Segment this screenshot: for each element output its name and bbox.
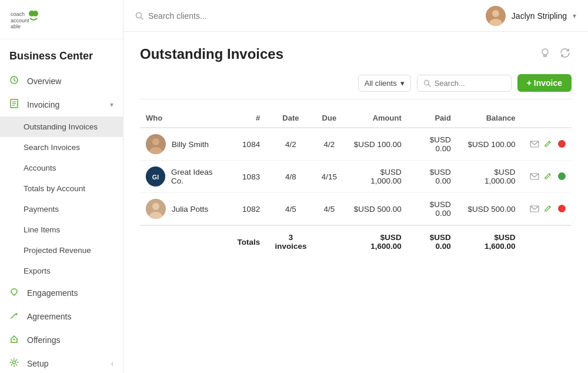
status-dot [558, 172, 566, 180]
svg-point-4 [32, 11, 38, 16]
svg-line-10 [11, 314, 15, 318]
cell-actions [522, 161, 572, 193]
invoice-search-input[interactable] [435, 79, 505, 88]
toolbar: All clients ▾ + Invoice [140, 74, 572, 99]
invoicing-icon [9, 99, 21, 111]
invoice-search-icon [423, 79, 431, 87]
svg-point-12 [13, 361, 16, 364]
cell-date: 4/5 [266, 193, 316, 226]
cell-who: Billy Smith [140, 128, 231, 161]
topbar: Jaclyn Stripling ▾ [123, 0, 588, 32]
svg-line-21 [428, 84, 430, 86]
logo-icon: coach account able [9, 9, 39, 30]
offerings-icon [9, 334, 21, 346]
sidebar-item-totals-by-account[interactable]: Totals by Account [0, 178, 123, 199]
cell-paid: $USD 0.00 [407, 161, 457, 193]
table-footer: Totals 3 invoices $USD 1,600.00 $USD 0.0… [140, 225, 572, 253]
cell-who: GI Great Ideas Co. [140, 161, 231, 193]
sidebar-item-exports-label: Exports [24, 267, 51, 275]
search-clients-input[interactable] [148, 11, 266, 21]
svg-point-16 [492, 10, 499, 17]
sidebar-item-accounts[interactable]: Accounts [0, 158, 123, 178]
col-paid: Paid [407, 109, 457, 128]
sidebar-item-invoicing-label: Invoicing [27, 100, 59, 109]
email-icon[interactable] [530, 204, 542, 214]
totals-amount: $USD 1,600.00 [343, 225, 407, 253]
svg-point-23 [152, 138, 159, 145]
logo: coach account able [9, 8, 39, 31]
edit-icon[interactable] [544, 172, 554, 182]
client-name: Great Ideas Co. [171, 168, 225, 185]
refresh-icon[interactable] [559, 46, 572, 62]
sidebar-logo: coach account able [0, 0, 123, 39]
client-filter-select[interactable]: All clients ▾ [358, 75, 411, 92]
search-clients-container [135, 11, 479, 21]
svg-line-30 [549, 174, 550, 175]
avatar [146, 134, 166, 154]
col-who: Who [140, 109, 231, 128]
sidebar-item-line-items[interactable]: Line Items [0, 219, 123, 240]
sidebar-item-engagements[interactable]: Engagements [0, 281, 123, 305]
table-body: Billy Smith 1084 4/2 4/2 $USD 100.00 $US… [140, 128, 572, 225]
cell-balance: $USD 1,000.00 [457, 161, 522, 193]
sidebar-item-overview[interactable]: Overview [0, 69, 123, 93]
bulb-icon[interactable] [539, 46, 552, 62]
cell-actions [522, 193, 572, 226]
sidebar-item-offerings[interactable]: Offerings [0, 328, 123, 352]
sidebar-item-exports[interactable]: Exports [0, 261, 123, 281]
cell-num: 1084 [231, 128, 266, 161]
totals-count: 3 invoices [266, 225, 316, 253]
col-date: Date [266, 109, 316, 128]
sidebar-item-overview-label: Overview [27, 76, 61, 86]
page-title: Outstanding Invoices [140, 46, 283, 62]
main-area: Jaclyn Stripling ▾ Outstanding Invoices … [123, 0, 588, 373]
sidebar-item-payments[interactable]: Payments [0, 199, 123, 219]
totals-label: Totals [231, 225, 266, 253]
cell-amount: $USD 100.00 [343, 128, 407, 161]
sidebar-item-engagements-label: Engagements [27, 288, 78, 298]
sidebar-item-projected-revenue[interactable]: Projected Revenue [0, 240, 123, 261]
email-icon[interactable] [530, 172, 542, 182]
invoice-search-box [417, 75, 512, 92]
cell-who: Julia Potts [140, 193, 231, 226]
cell-paid: $USD 0.00 [407, 128, 457, 161]
svg-text:account: account [11, 18, 29, 24]
client-name: Billy Smith [172, 140, 209, 149]
edit-icon[interactable] [544, 139, 554, 149]
client-filter-chevron-icon: ▾ [400, 79, 405, 88]
sidebar-item-outstanding-invoices[interactable]: Outstanding Invoices [0, 116, 123, 137]
svg-point-11 [14, 339, 15, 341]
content-area: Outstanding Invoices All clients ▾ + Inv… [123, 32, 588, 373]
table-header: Who # Date Due Amount Paid Balance [140, 109, 572, 128]
avatar [486, 6, 506, 26]
sidebar-item-projected-revenue-label: Projected Revenue [24, 246, 91, 255]
invoicing-chevron-icon: ▾ [110, 101, 113, 109]
setup-icon [9, 358, 21, 369]
col-actions [522, 109, 572, 128]
topbar-right: Jaclyn Stripling ▾ [486, 6, 576, 26]
cell-amount: $USD 1,000.00 [343, 161, 407, 193]
sidebar-item-agreements[interactable]: Agreements [0, 305, 123, 328]
cell-paid: $USD 0.00 [407, 193, 457, 226]
cell-due: 4/15 [316, 161, 343, 193]
sidebar-nav: Overview Invoicing ▾ Outstanding Invoice… [0, 69, 123, 373]
sidebar-item-setup[interactable]: Setup ‹ [0, 352, 123, 373]
sidebar-item-search-invoices[interactable]: Search Invoices [0, 137, 123, 158]
page-header: Outstanding Invoices [140, 46, 572, 62]
user-menu-chevron-icon[interactable]: ▾ [573, 12, 576, 20]
search-clients-icon [135, 12, 143, 20]
email-icon[interactable] [530, 139, 542, 149]
overview-icon [9, 75, 21, 87]
svg-text:GI: GI [152, 174, 159, 181]
sidebar-item-invoicing[interactable]: Invoicing ▾ [0, 93, 123, 116]
col-balance: Balance [457, 109, 522, 128]
user-avatar-image [486, 6, 506, 26]
add-invoice-button[interactable]: + Invoice [517, 74, 572, 92]
edit-icon[interactable] [544, 204, 554, 214]
sidebar-title: Business Center [0, 39, 123, 69]
svg-point-18 [542, 49, 548, 55]
cell-balance: $USD 100.00 [457, 128, 522, 161]
col-amount: Amount [343, 109, 407, 128]
totals-paid: $USD 0.00 [407, 225, 457, 253]
sidebar-item-payments-label: Payments [24, 205, 59, 214]
